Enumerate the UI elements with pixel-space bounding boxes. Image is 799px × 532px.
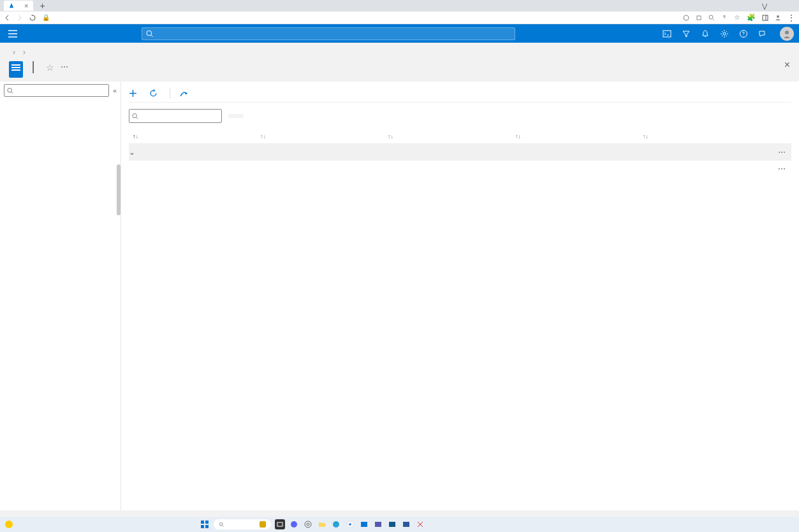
svg-point-12	[185, 92, 187, 94]
svg-rect-19	[277, 522, 282, 526]
filter-pill[interactable]	[228, 114, 244, 118]
svg-point-13	[133, 113, 137, 118]
global-search-input[interactable]	[158, 30, 511, 38]
col-state[interactable]: ↑↓	[256, 133, 384, 140]
puzzle-icon[interactable]: 🧩	[747, 13, 756, 22]
col-rules[interactable]: ↑↓	[639, 133, 791, 140]
svg-point-8	[723, 32, 726, 35]
settings-icon[interactable]	[303, 519, 313, 529]
svg-point-0	[684, 15, 689, 20]
favorite-button[interactable]: ☆	[46, 62, 54, 73]
add-button[interactable]	[129, 89, 140, 97]
sidebar-search-input[interactable]	[16, 87, 106, 94]
start-button[interactable]	[200, 519, 210, 529]
svg-rect-28	[389, 522, 395, 527]
help-icon[interactable]	[734, 29, 753, 38]
row-more-icon[interactable]: ⋯	[778, 164, 791, 173]
taskview-icon[interactable]	[275, 519, 285, 529]
chrome-icon[interactable]	[345, 519, 355, 529]
word-icon[interactable]	[401, 519, 411, 529]
lock-icon: 🔒	[42, 14, 50, 21]
chevron-down-icon[interactable]: ⌄	[129, 148, 138, 157]
col-endpoints[interactable]: ↑↓	[384, 133, 511, 140]
window-min-icon[interactable]: ⋁	[762, 3, 767, 10]
search-icon	[132, 113, 138, 120]
svg-point-10	[785, 31, 789, 34]
svg-rect-7	[663, 31, 671, 37]
teams-icon[interactable]	[373, 519, 383, 529]
share-icon[interactable]	[721, 15, 728, 21]
new-tab-button[interactable]: +	[40, 1, 45, 11]
search-icon	[7, 87, 13, 94]
bell-icon[interactable]	[696, 29, 715, 38]
search-icon	[146, 30, 154, 38]
nav-forward-icon[interactable]	[17, 15, 23, 21]
svg-point-11	[8, 88, 12, 92]
cloudshell-icon[interactable]	[657, 29, 677, 38]
scrollbar-thumb[interactable]	[117, 164, 121, 215]
feedback-icon[interactable]	[753, 29, 772, 38]
filter-row	[129, 103, 791, 129]
svg-point-6	[147, 31, 152, 36]
window-controls: ⋁	[762, 3, 799, 10]
svg-rect-27	[375, 522, 381, 527]
taskbar-search[interactable]	[214, 519, 271, 529]
chevron-right-icon: ›	[23, 48, 26, 57]
zoom-icon[interactable]	[708, 15, 715, 21]
table-row[interactable]: ⋯	[129, 161, 791, 177]
table-row[interactable]: ⌄ ⋯	[129, 144, 791, 161]
resource-icon	[9, 61, 23, 78]
nav-reload-icon[interactable]	[29, 15, 36, 21]
tab-close-icon[interactable]: ×	[24, 2, 28, 10]
route-icon	[179, 89, 187, 97]
more-icon[interactable]: ⋯	[61, 62, 68, 71]
hamburger-button[interactable]	[0, 30, 26, 38]
snip-icon[interactable]	[415, 519, 425, 529]
browser-tab[interactable]: ×	[4, 1, 33, 11]
resource-sidebar: «	[0, 82, 121, 510]
col-name[interactable]: ↑↓	[129, 133, 256, 140]
browser-tab-strip: × + ⋁	[0, 0, 799, 11]
chat-icon[interactable]	[289, 519, 299, 529]
gtranslate-icon[interactable]	[683, 15, 689, 21]
bookmark-icon[interactable]: ☆	[734, 13, 740, 22]
explorer-icon[interactable]	[317, 519, 327, 529]
nav-back-icon[interactable]	[4, 15, 10, 21]
global-search[interactable]	[142, 27, 515, 40]
name-search-input[interactable]	[141, 112, 219, 120]
svg-rect-1	[697, 16, 701, 20]
svg-point-23	[333, 521, 339, 528]
collapse-sidebar-icon[interactable]: «	[113, 87, 117, 94]
name-search[interactable]	[129, 109, 222, 123]
refresh-button[interactable]	[149, 89, 161, 97]
search-icon	[219, 522, 224, 528]
user-menu[interactable]	[776, 27, 794, 41]
col-routes[interactable]: ↑↓	[511, 133, 639, 140]
avatar-icon	[780, 27, 794, 41]
outlook-icon[interactable]	[359, 519, 369, 529]
weather-widget[interactable]	[5, 521, 15, 528]
row-more-icon[interactable]: ⋯	[778, 148, 791, 157]
command-bar	[129, 84, 791, 103]
refresh-icon	[149, 89, 158, 97]
associate-route-button[interactable]	[179, 89, 191, 97]
ext-icon[interactable]	[696, 15, 702, 21]
terminal-icon[interactable]	[387, 519, 397, 529]
search-highlight-icon	[260, 521, 266, 528]
table-header: ↑↓ ↑↓ ↑↓ ↑↓ ↑↓	[129, 129, 791, 144]
svg-point-5	[777, 15, 779, 18]
close-blade-button[interactable]: ×	[784, 59, 790, 71]
sidepanel-icon[interactable]	[762, 15, 768, 21]
separator	[170, 88, 170, 98]
azure-top-bar	[0, 24, 799, 43]
kebab-icon[interactable]: ⋮	[788, 13, 795, 22]
page-header: | ☆ ⋯ ×	[0, 59, 799, 82]
gear-icon[interactable]	[715, 29, 734, 38]
svg-point-18	[220, 522, 223, 526]
sidebar-search[interactable]	[4, 84, 109, 97]
filter-icon[interactable]	[677, 29, 696, 38]
edge-icon[interactable]	[331, 519, 341, 529]
svg-point-2	[709, 15, 713, 19]
svg-rect-15	[205, 521, 209, 524]
profile-icon[interactable]	[775, 15, 781, 21]
